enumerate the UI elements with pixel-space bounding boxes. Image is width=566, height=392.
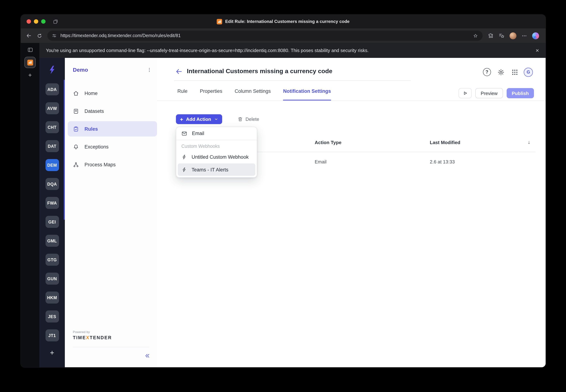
webhook-bolt-icon (181, 167, 187, 172)
dropdown-item-untitled-custom-webhook[interactable]: Untitled Custom Webhook (176, 150, 257, 163)
add-action-label: Add Action (186, 116, 211, 122)
reload-icon[interactable] (37, 33, 42, 38)
user-avatar[interactable]: G (524, 68, 533, 77)
extensions-icon[interactable] (488, 33, 493, 39)
home-icon (73, 90, 79, 96)
preview-button[interactable]: Preview (475, 88, 503, 98)
workspace-fwa[interactable]: FWA (45, 197, 59, 209)
rules-icon (73, 126, 79, 132)
workspace-avw[interactable]: AVW (45, 102, 59, 114)
address-bar[interactable]: https://timextender.odq.timextender.com/… (47, 30, 483, 41)
dropdown-item-label: Teams - IT Alerts (192, 167, 228, 172)
vertical-tab-strip: + (21, 43, 39, 367)
reading-list-icon[interactable] (499, 33, 505, 39)
panel-toggle-icon[interactable] (27, 47, 33, 53)
dropdown-item-email[interactable]: Email (176, 127, 257, 140)
warning-banner: You're using an unsupported command-line… (39, 43, 546, 58)
workspace-gei[interactable]: GEI (45, 216, 59, 228)
tabs-divider (157, 100, 546, 101)
sort-desc-icon[interactable]: ↓ (528, 139, 530, 145)
help-icon[interactable]: ? (482, 67, 492, 77)
workspace-title: Demo (73, 67, 88, 73)
active-tab: Edit Rule: International Customers missi… (21, 14, 546, 28)
app: ADA AVW CHT DAT DEM DQA FWA GEI GML GTG … (39, 58, 546, 367)
sidebar-item-process-maps[interactable]: Process Maps (68, 157, 157, 172)
dropdown-item-label: Email (192, 131, 204, 136)
sidebar-item-rules[interactable]: Rules (68, 121, 157, 137)
email-icon (181, 130, 187, 136)
banner-close-icon[interactable]: × (536, 47, 539, 53)
workspace-ada[interactable]: ADA (45, 83, 59, 95)
workspace-menu-icon[interactable] (147, 67, 152, 72)
sidebar-nav: Home Datasets (68, 85, 157, 172)
dropdown-item-teams-it-alerts[interactable]: Teams - IT Alerts (178, 163, 255, 176)
cell-last-modified: 2.6 at 13:33 (430, 159, 455, 165)
workspace-jes[interactable]: JES (45, 310, 59, 322)
workspace-gml[interactable]: GML (45, 235, 59, 247)
site-info-icon[interactable] (52, 33, 57, 38)
workspace-hkm[interactable]: HKM (45, 292, 59, 304)
bookmark-star-icon[interactable] (473, 33, 478, 38)
tab-column-settings[interactable]: Column Settings (235, 88, 271, 101)
sidebar-item-label: Exceptions (85, 144, 109, 149)
sidebar-divider (73, 347, 149, 347)
back-icon[interactable] (26, 33, 32, 39)
new-tab-plus-icon[interactable]: + (28, 72, 32, 78)
window-controls (21, 19, 45, 24)
powered-by-label: Powered by (73, 330, 112, 334)
page-favicon-icon (217, 19, 222, 24)
zoom-window-button[interactable] (41, 19, 45, 24)
close-window-button[interactable] (27, 19, 31, 24)
tab-notification-settings[interactable]: Notification Settings (283, 88, 331, 101)
workspace-gun[interactable]: GUN (45, 273, 59, 285)
tab-rule[interactable]: Rule (177, 88, 188, 101)
exceptions-icon (73, 144, 79, 150)
profile-avatar[interactable] (509, 32, 516, 39)
webhook-bolt-icon (181, 154, 187, 160)
column-header-action-type[interactable]: Action Type (315, 140, 341, 145)
datasets-icon (73, 108, 79, 114)
workspace-dem[interactable]: DEM (45, 159, 59, 171)
column-header-last-modified[interactable]: Last Modified (430, 140, 460, 145)
process-maps-icon (73, 161, 79, 168)
run-button[interactable] (459, 88, 472, 98)
collapse-sidebar-icon[interactable] (144, 353, 150, 359)
tab-properties[interactable]: Properties (200, 88, 222, 101)
browser-toolbar: https://timextender.odq.timextender.com/… (21, 28, 546, 43)
more-menu-icon[interactable] (522, 33, 527, 38)
timextender-logo-icon[interactable] (47, 65, 57, 75)
workspace-dqa[interactable]: DQA (45, 178, 59, 190)
delete-button[interactable]: Delete (237, 114, 259, 124)
delete-label: Delete (246, 116, 259, 122)
apps-grid-icon[interactable] (510, 67, 519, 77)
tab-overview-icon[interactable] (53, 19, 58, 24)
timextender-wordmark: TIMEXTENDER (73, 335, 112, 340)
sidebar-item-label: Home (85, 90, 98, 96)
sidebar-item-label: Process Maps (85, 162, 116, 167)
add-action-button[interactable]: + Add Action (176, 114, 222, 124)
main-content: International Customers missing a curren… (157, 58, 546, 367)
workspace-cht[interactable]: CHT (45, 121, 59, 133)
sidebar: Demo Home (65, 58, 157, 367)
back-arrow-icon[interactable] (175, 68, 183, 75)
workspace-rail: ADA AVW CHT DAT DEM DQA FWA GEI GML GTG … (39, 58, 65, 367)
trash-icon (237, 116, 243, 122)
sidebar-item-home[interactable]: Home (68, 85, 157, 101)
dropdown-section-label: Custom Webhooks (176, 140, 257, 150)
workspace-jt1[interactable]: JT1 (45, 329, 59, 341)
screen: Edit Rule: International Customers missi… (0, 0, 566, 392)
minimize-window-button[interactable] (34, 19, 38, 24)
add-workspace-button[interactable]: + (39, 349, 65, 356)
sidebar-item-datasets[interactable]: Datasets (68, 103, 157, 119)
settings-gear-icon[interactable] (496, 67, 506, 77)
publish-button[interactable]: Publish (507, 88, 534, 98)
workspace-gtg[interactable]: GTG (45, 254, 59, 266)
dropdown-item-label: Untitled Custom Webhook (192, 154, 248, 160)
chevron-down-icon (214, 117, 218, 121)
sidebar-item-exceptions[interactable]: Exceptions (68, 139, 157, 154)
pinned-tab[interactable] (24, 57, 36, 68)
sidebar-item-label: Rules (85, 126, 98, 132)
workspace-dat[interactable]: DAT (45, 140, 59, 152)
browser-assistant-icon[interactable] (532, 32, 539, 39)
browser-window: Edit Rule: International Customers missi… (21, 14, 546, 367)
